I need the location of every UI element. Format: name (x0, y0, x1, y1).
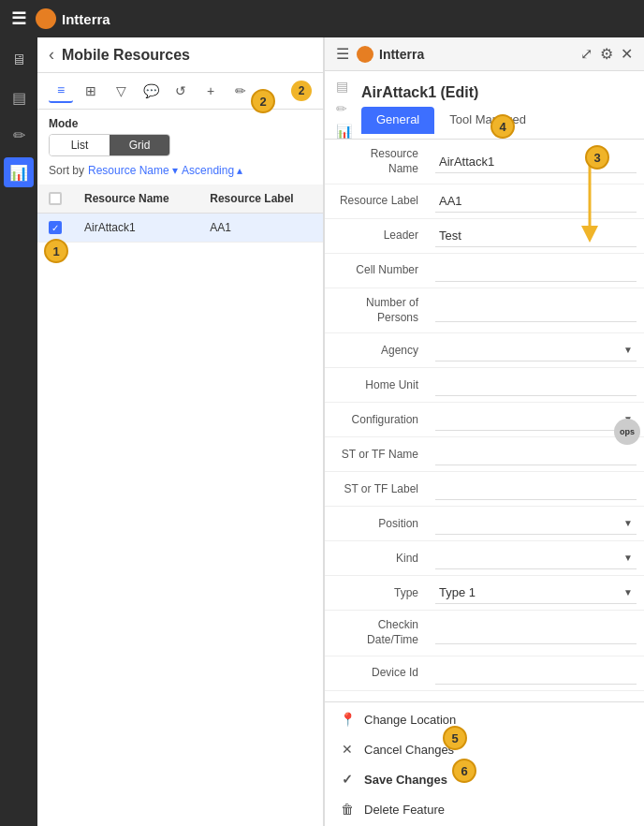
kind-label: Kind (325, 544, 428, 574)
right-panel-header: ☰ Intterra ⤢ ⚙ ✕ (325, 37, 644, 71)
change-location-action[interactable]: 📍 Change Location (325, 704, 644, 734)
add-icon[interactable]: + (198, 79, 223, 103)
brand-icon (36, 8, 56, 29)
resource-label-label: Resource Label (325, 186, 428, 216)
right-hamburger-icon[interactable]: ☰ (336, 45, 349, 63)
cell-number-field (428, 254, 644, 288)
st-tf-label-input[interactable] (435, 478, 637, 500)
right-brand-name: Intterra (379, 47, 580, 62)
agency-field: ▼ (428, 333, 644, 367)
select-all-checkbox[interactable] (49, 192, 62, 205)
list-mode-btn[interactable]: List (50, 135, 110, 155)
st-tf-label-field (428, 472, 644, 506)
chart-nav-icon[interactable]: 📊 (336, 124, 352, 139)
checkin-label: Checkin Date/Time (325, 611, 428, 655)
chat-icon[interactable]: 💬 (139, 79, 163, 103)
kind-row: Kind ▼ (325, 541, 644, 576)
pencil-icon[interactable]: ✏ (228, 79, 253, 103)
checkin-field (428, 616, 644, 650)
resource-label-input[interactable] (435, 190, 637, 213)
resource-name-input[interactable] (435, 151, 637, 173)
st-tf-name-field (428, 437, 644, 471)
agency-row: Agency ▼ (325, 333, 644, 368)
nav-chart-icon[interactable]: 📊 (4, 157, 34, 187)
order-num-field (428, 691, 644, 701)
resource-name-label: Resource Name (325, 140, 428, 184)
save-check-icon: ✓ (340, 772, 355, 787)
back-arrow-icon[interactable]: ‹ (49, 45, 54, 65)
grid-mode-btn[interactable]: Grid (110, 135, 169, 155)
sort-field-dropdown[interactable]: Resource Name ▾ (88, 164, 178, 177)
edit-nav-icon[interactable]: ✏ (336, 101, 352, 116)
num-persons-label: Number of Persons (325, 288, 428, 332)
device-id-label: Device Id (325, 658, 428, 688)
row-checkbox[interactable]: ✓ (49, 221, 62, 234)
leader-row: Leader (325, 219, 644, 254)
list-view-icon[interactable]: ≡ (49, 79, 73, 103)
leader-input[interactable] (435, 225, 637, 247)
tab-general[interactable]: General (361, 107, 434, 134)
configuration-select[interactable] (435, 408, 623, 430)
close-icon[interactable]: ✕ (621, 45, 633, 63)
position-arrow-icon: ▼ (623, 518, 637, 528)
settings-icon[interactable]: ⚙ (600, 45, 613, 63)
cancel-icon: ✕ (340, 742, 355, 757)
expand-icon[interactable]: ⤢ (580, 45, 593, 63)
home-unit-input[interactable] (435, 374, 637, 396)
configuration-field: ▼ (428, 403, 644, 436)
mode-section: Mode List Grid (37, 110, 323, 160)
nav-layers-icon[interactable]: ▤ (4, 82, 34, 112)
st-tf-name-input[interactable] (435, 443, 637, 465)
grid-view-icon[interactable]: ⊞ (79, 79, 103, 103)
trash-icon: 🗑 (340, 802, 355, 817)
position-select[interactable] (435, 512, 623, 534)
num-persons-input[interactable] (435, 300, 637, 322)
device-id-input[interactable] (435, 662, 637, 685)
cell-number-label: Cell Number (325, 256, 428, 286)
resource-label-cell: AA1 (198, 214, 323, 243)
cell-number-row: Cell Number (325, 254, 644, 288)
order-num-row: Order # (325, 691, 644, 701)
left-sidebar: 🖥 ▤ ✏ 📊 (0, 37, 37, 826)
cell-number-input[interactable] (435, 259, 637, 282)
sort-by-label: Sort by (49, 164, 84, 177)
ops-button[interactable]: ops (614, 419, 640, 445)
select-all-col (37, 184, 73, 214)
filter-icon[interactable]: ▽ (109, 79, 133, 103)
resource-label-col-header: Resource Label (198, 184, 323, 214)
panel-title: Mobile Resources (62, 47, 190, 64)
delete-feature-action[interactable]: 🗑 Delete Feature (325, 794, 644, 824)
type-arrow-icon: ▼ (623, 587, 637, 597)
agency-select[interactable] (435, 339, 623, 361)
order-num-label: Order # (325, 693, 428, 701)
type-field: ▼ (428, 576, 644, 610)
hamburger-icon[interactable]: ☰ (11, 8, 26, 29)
save-changes-label: Save Changes (364, 773, 447, 787)
sort-direction[interactable]: Ascending ▴ (182, 164, 242, 177)
device-id-row: Device Id (325, 656, 644, 691)
resource-name-col-header: Resource Name (73, 184, 198, 214)
panel-header: ‹ Mobile Resources (37, 37, 323, 73)
kind-select[interactable] (435, 547, 623, 568)
save-changes-action[interactable]: ✓ Save Changes (325, 764, 644, 794)
st-tf-label-row: ST or TF Label (325, 472, 644, 507)
checkin-input[interactable] (435, 622, 637, 644)
table-row[interactable]: ✓ AirAttack1 AA1 (37, 214, 323, 243)
cancel-changes-action[interactable]: ✕ Cancel Changes (325, 734, 644, 764)
device-id-field (428, 656, 644, 690)
home-unit-label: Home Unit (325, 371, 428, 401)
delete-feature-label: Delete Feature (364, 803, 445, 817)
num-persons-field (428, 294, 644, 328)
type-select[interactable] (435, 582, 623, 603)
position-row: Position ▼ (325, 507, 644, 541)
nav-edit-icon[interactable]: ✏ (4, 120, 34, 150)
refresh-icon[interactable]: ↺ (168, 79, 193, 103)
layers-nav-icon[interactable]: ▤ (336, 79, 352, 94)
position-field: ▼ (428, 507, 644, 540)
app-name: Intterra (62, 11, 110, 27)
nav-monitor-icon[interactable]: 🖥 (4, 45, 34, 75)
tab-tool-managed[interactable]: Tool Managed (434, 107, 541, 134)
subheader-left-icons: ▤ ✏ 📊 (336, 79, 352, 139)
left-panel: ‹ Mobile Resources ≡ ⊞ ▽ 💬 ↺ + ✏ 2 Mode … (37, 37, 323, 826)
resource-label-field (428, 184, 644, 218)
